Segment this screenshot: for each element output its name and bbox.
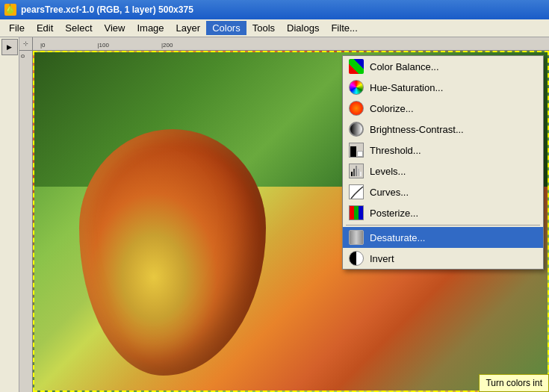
ruler-top: |0 |100 |200 xyxy=(33,37,549,51)
window-title: pearsTree.xcf-1.0 (RGB, 1 layer) 500x375 xyxy=(21,4,193,15)
posterize-label: Posterize... xyxy=(370,208,418,219)
menu-view[interactable]: View xyxy=(99,21,131,35)
brightness-label: Brightness-Contrast... xyxy=(370,124,464,135)
desaturate-icon xyxy=(349,230,364,245)
canvas-area: ⊹ |0 |100 |200 01020 Color Balanc xyxy=(19,37,549,392)
levels-icon xyxy=(349,164,364,178)
menu-layer[interactable]: Layer xyxy=(170,21,207,35)
separator-1 xyxy=(346,225,540,225)
menu-image[interactable]: Image xyxy=(131,21,170,35)
menu-colors[interactable]: Colors xyxy=(206,21,246,35)
menu-option-levels[interactable]: Levels... xyxy=(343,161,543,181)
menu-bar: File Edit Select View Image Layer Colors… xyxy=(0,19,549,37)
menu-option-curves[interactable]: Curves... xyxy=(343,181,543,202)
tooltip: Turn colors int xyxy=(479,374,549,392)
menu-option-invert[interactable]: Invert xyxy=(343,248,543,269)
menu-option-brightness-contrast[interactable]: Brightness-Contrast... xyxy=(343,119,543,140)
app-icon: 🍐 xyxy=(4,4,16,16)
menu-dialogs[interactable]: Dialogs xyxy=(281,21,325,35)
colorize-label: Colorize... xyxy=(370,103,414,114)
pear-body xyxy=(79,129,266,376)
menu-file[interactable]: File xyxy=(3,21,31,35)
menu-select[interactable]: Select xyxy=(59,21,98,35)
ruler-corner-icon: ⊹ xyxy=(23,40,28,47)
ruler-mark-200: |200 xyxy=(161,42,173,49)
ruler-corner: ⊹ xyxy=(19,37,33,51)
threshold-label: Threshold... xyxy=(370,145,421,156)
invert-icon xyxy=(349,251,364,266)
hue-sat-icon xyxy=(349,80,364,95)
curves-icon xyxy=(349,184,364,199)
title-bar: 🍐 pearsTree.xcf-1.0 (RGB, 1 layer) 500x3… xyxy=(0,0,549,19)
toolbar-btn-1[interactable]: ▶ xyxy=(1,39,18,55)
color-balance-label: Color Balance... xyxy=(370,61,439,72)
desaturate-label: Desaturate... xyxy=(370,232,425,243)
left-toolbar: ▶ xyxy=(0,37,19,392)
ruler-mark-100: |100 xyxy=(98,42,109,49)
ruler-left-marks: 01020 xyxy=(19,55,33,57)
menu-option-color-balance[interactable]: Color Balance... xyxy=(343,56,543,77)
curves-label: Curves... xyxy=(370,187,409,198)
menu-tools[interactable]: Tools xyxy=(246,21,281,35)
menu-option-desaturate[interactable]: Desaturate... xyxy=(343,227,543,248)
menu-option-posterize[interactable]: Posterize... xyxy=(343,202,543,223)
menu-filters[interactable]: Filte... xyxy=(325,21,363,35)
menu-option-hue-saturation[interactable]: Hue-Saturation... xyxy=(343,77,543,98)
menu-edit[interactable]: Edit xyxy=(31,21,59,35)
ruler-mark-0: |0 xyxy=(40,42,46,49)
ruler-left: 01020 xyxy=(19,51,33,392)
hue-sat-label: Hue-Saturation... xyxy=(370,82,443,93)
threshold-icon xyxy=(349,143,364,158)
menu-option-colorize[interactable]: Colorize... xyxy=(343,98,543,119)
invert-label: Invert xyxy=(370,253,394,264)
colors-dropdown-menu: Color Balance... Hue-Saturation... Color… xyxy=(342,55,544,270)
main-area: ▶ ⊹ |0 |100 |200 01020 xyxy=(0,37,549,392)
tooltip-text: Turn colors int xyxy=(486,378,542,388)
posterize-icon xyxy=(349,205,364,220)
brightness-icon xyxy=(349,122,364,137)
menu-option-threshold[interactable]: Threshold... xyxy=(343,140,543,161)
color-balance-icon xyxy=(349,59,364,74)
colorize-icon xyxy=(349,101,364,116)
levels-label: Levels... xyxy=(370,166,406,177)
